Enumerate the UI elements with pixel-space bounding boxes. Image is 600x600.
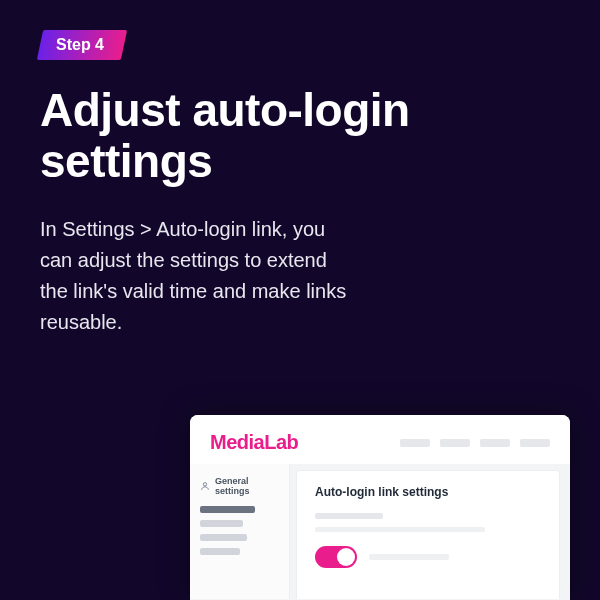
sidebar-item-placeholder: [200, 506, 255, 513]
app-mockup: MediaLab General settings Auto-login lin…: [190, 415, 570, 600]
step-badge: Step 4: [37, 30, 127, 60]
content-placeholder: [315, 513, 383, 519]
sidebar-item-label: General settings: [215, 476, 279, 496]
nav-placeholder: [400, 439, 430, 447]
nav-placeholder: [480, 439, 510, 447]
step-badge-label: Step 4: [56, 36, 104, 54]
page-title: Adjust auto-login settings: [40, 85, 560, 186]
toggle-label-placeholder: [369, 554, 449, 560]
settings-panel: Auto-login link settings: [296, 470, 560, 599]
sidebar-item-placeholder: [200, 534, 247, 541]
sidebar-item-placeholder: [200, 520, 243, 527]
mockup-header: MediaLab: [190, 415, 570, 464]
nav-placeholder: [520, 439, 550, 447]
auto-login-toggle[interactable]: [315, 546, 357, 568]
sidebar: General settings: [190, 464, 290, 599]
mockup-body: General settings Auto-login link setting…: [190, 464, 570, 599]
nav-placeholder: [440, 439, 470, 447]
page-description: In Settings > Auto-login link, you can a…: [40, 214, 350, 338]
svg-point-0: [203, 483, 206, 486]
content-placeholder: [315, 527, 485, 532]
sidebar-item-general[interactable]: General settings: [200, 476, 279, 496]
sidebar-item-placeholder: [200, 548, 240, 555]
logo: MediaLab: [210, 431, 298, 454]
toggle-row: [315, 546, 541, 568]
panel-title: Auto-login link settings: [315, 485, 541, 499]
user-icon: [200, 481, 210, 491]
nav-placeholder-group: [400, 439, 550, 447]
